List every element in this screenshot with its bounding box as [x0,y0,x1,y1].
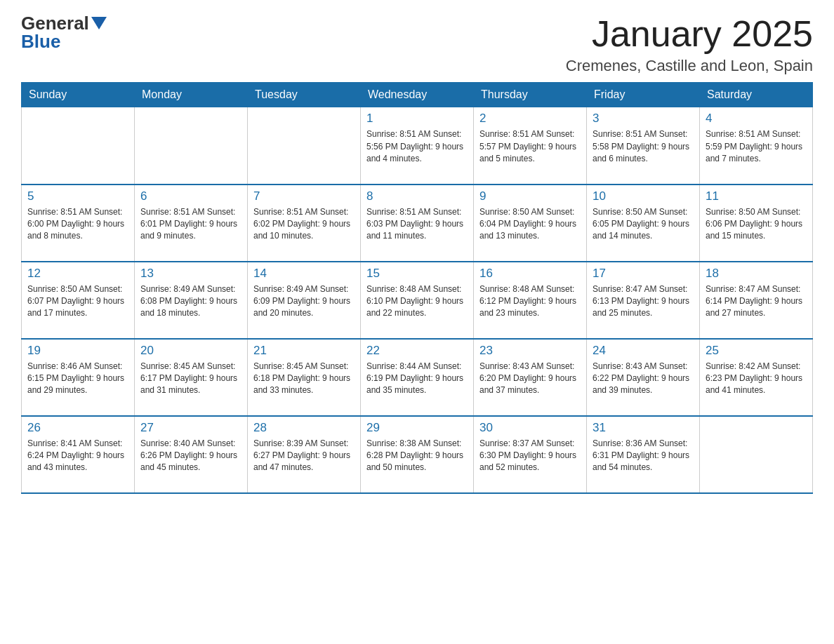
weekday-header-tuesday: Tuesday [248,83,361,107]
calendar-cell: 9Sunrise: 8:50 AM Sunset: 6:04 PM Daylig… [474,185,587,262]
day-number: 20 [140,344,241,358]
day-info: Sunrise: 8:49 AM Sunset: 6:08 PM Dayligh… [140,283,241,320]
day-info: Sunrise: 8:51 AM Sunset: 5:57 PM Dayligh… [479,128,581,165]
day-number: 6 [140,189,241,203]
calendar-subtitle: Cremenes, Castille and Leon, Spain [566,57,813,75]
day-number: 16 [479,267,581,281]
day-number: 13 [140,267,241,281]
calendar-cell: 11Sunrise: 8:50 AM Sunset: 6:06 PM Dayli… [700,185,813,262]
calendar-week-row: 12Sunrise: 8:50 AM Sunset: 6:07 PM Dayli… [22,262,813,339]
day-number: 26 [27,421,128,435]
day-info: Sunrise: 8:50 AM Sunset: 6:07 PM Dayligh… [27,283,128,320]
calendar-cell: 14Sunrise: 8:49 AM Sunset: 6:09 PM Dayli… [248,262,361,339]
day-info: Sunrise: 8:44 AM Sunset: 6:19 PM Dayligh… [366,361,468,397]
day-number: 15 [366,267,468,281]
day-number: 12 [27,267,128,281]
weekday-header-saturday: Saturday [700,83,813,107]
day-info: Sunrise: 8:48 AM Sunset: 6:10 PM Dayligh… [366,283,468,320]
calendar-cell [135,107,248,185]
day-info: Sunrise: 8:47 AM Sunset: 6:14 PM Dayligh… [706,283,807,320]
day-number: 2 [479,112,581,126]
logo-general-text: General [21,14,89,32]
calendar-cell: 12Sunrise: 8:50 AM Sunset: 6:07 PM Dayli… [22,262,135,339]
day-number: 11 [706,189,807,203]
calendar-cell: 8Sunrise: 8:51 AM Sunset: 6:03 PM Daylig… [361,185,474,262]
calendar-title: January 2025 [566,14,813,54]
calendar-cell: 24Sunrise: 8:43 AM Sunset: 6:22 PM Dayli… [587,339,700,416]
day-number: 5 [27,189,128,203]
day-info: Sunrise: 8:51 AM Sunset: 5:56 PM Dayligh… [366,128,468,165]
weekday-header-row: SundayMondayTuesdayWednesdayThursdayFrid… [22,83,813,107]
day-number: 21 [253,344,355,358]
day-info: Sunrise: 8:43 AM Sunset: 6:20 PM Dayligh… [479,361,581,397]
calendar-cell [700,416,813,493]
day-info: Sunrise: 8:47 AM Sunset: 6:13 PM Dayligh… [593,283,694,320]
calendar-cell: 1Sunrise: 8:51 AM Sunset: 5:56 PM Daylig… [361,107,474,185]
calendar-cell: 23Sunrise: 8:43 AM Sunset: 6:20 PM Dayli… [474,339,587,416]
day-info: Sunrise: 8:46 AM Sunset: 6:15 PM Dayligh… [27,361,128,397]
calendar-cell: 16Sunrise: 8:48 AM Sunset: 6:12 PM Dayli… [474,262,587,339]
calendar-cell: 27Sunrise: 8:40 AM Sunset: 6:26 PM Dayli… [135,416,248,493]
svg-marker-0 [91,17,107,29]
weekday-header-thursday: Thursday [474,83,587,107]
calendar-week-row: 19Sunrise: 8:46 AM Sunset: 6:15 PM Dayli… [22,339,813,416]
day-info: Sunrise: 8:36 AM Sunset: 6:31 PM Dayligh… [593,438,694,474]
day-number: 18 [706,267,807,281]
day-number: 30 [479,421,581,435]
day-number: 27 [140,421,241,435]
day-number: 3 [593,112,694,126]
day-number: 9 [479,189,581,203]
weekday-header-wednesday: Wednesday [361,83,474,107]
day-number: 29 [366,421,468,435]
calendar-cell: 15Sunrise: 8:48 AM Sunset: 6:10 PM Dayli… [361,262,474,339]
day-number: 31 [593,421,694,435]
day-info: Sunrise: 8:51 AM Sunset: 6:03 PM Dayligh… [366,206,468,243]
day-info: Sunrise: 8:51 AM Sunset: 5:59 PM Dayligh… [706,128,807,165]
day-number: 17 [593,267,694,281]
logo-blue-text: Blue [21,31,60,52]
calendar-table: SundayMondayTuesdayWednesdayThursdayFrid… [21,82,813,494]
calendar-cell [22,107,135,185]
calendar-week-row: 5Sunrise: 8:51 AM Sunset: 6:00 PM Daylig… [22,185,813,262]
calendar-cell: 7Sunrise: 8:51 AM Sunset: 6:02 PM Daylig… [248,185,361,262]
logo-triangle-icon [91,17,107,29]
day-info: Sunrise: 8:50 AM Sunset: 6:06 PM Dayligh… [706,206,807,243]
calendar-cell: 19Sunrise: 8:46 AM Sunset: 6:15 PM Dayli… [22,339,135,416]
day-info: Sunrise: 8:51 AM Sunset: 5:58 PM Dayligh… [593,128,694,165]
calendar-week-row: 26Sunrise: 8:41 AM Sunset: 6:24 PM Dayli… [22,416,813,493]
calendar-cell: 21Sunrise: 8:45 AM Sunset: 6:18 PM Dayli… [248,339,361,416]
calendar-cell: 30Sunrise: 8:37 AM Sunset: 6:30 PM Dayli… [474,416,587,493]
day-info: Sunrise: 8:43 AM Sunset: 6:22 PM Dayligh… [593,361,694,397]
day-info: Sunrise: 8:40 AM Sunset: 6:26 PM Dayligh… [140,438,241,474]
day-number: 7 [253,189,355,203]
day-info: Sunrise: 8:45 AM Sunset: 6:18 PM Dayligh… [253,361,355,397]
calendar-cell: 2Sunrise: 8:51 AM Sunset: 5:57 PM Daylig… [474,107,587,185]
day-number: 8 [366,189,468,203]
day-number: 28 [253,421,355,435]
day-info: Sunrise: 8:37 AM Sunset: 6:30 PM Dayligh… [479,438,581,474]
day-info: Sunrise: 8:49 AM Sunset: 6:09 PM Dayligh… [253,283,355,320]
calendar-cell: 22Sunrise: 8:44 AM Sunset: 6:19 PM Dayli… [361,339,474,416]
day-info: Sunrise: 8:41 AM Sunset: 6:24 PM Dayligh… [27,438,128,474]
weekday-header-sunday: Sunday [22,83,135,107]
day-number: 23 [479,344,581,358]
calendar-cell: 6Sunrise: 8:51 AM Sunset: 6:01 PM Daylig… [135,185,248,262]
day-number: 1 [366,112,468,126]
title-block: January 2025 Cremenes, Castille and Leon… [566,14,813,75]
day-info: Sunrise: 8:51 AM Sunset: 6:02 PM Dayligh… [253,206,355,243]
calendar-cell: 31Sunrise: 8:36 AM Sunset: 6:31 PM Dayli… [587,416,700,493]
day-number: 22 [366,344,468,358]
page-header: General Blue January 2025 Cremenes, Cast… [21,14,813,75]
calendar-cell: 20Sunrise: 8:45 AM Sunset: 6:17 PM Dayli… [135,339,248,416]
day-info: Sunrise: 8:50 AM Sunset: 6:04 PM Dayligh… [479,206,581,243]
calendar-cell: 5Sunrise: 8:51 AM Sunset: 6:00 PM Daylig… [22,185,135,262]
weekday-header-friday: Friday [587,83,700,107]
day-info: Sunrise: 8:51 AM Sunset: 6:00 PM Dayligh… [27,206,128,243]
calendar-cell [248,107,361,185]
day-number: 4 [706,112,807,126]
day-number: 25 [706,344,807,358]
day-info: Sunrise: 8:38 AM Sunset: 6:28 PM Dayligh… [366,438,468,474]
day-info: Sunrise: 8:39 AM Sunset: 6:27 PM Dayligh… [253,438,355,474]
logo: General Blue [21,14,107,51]
day-info: Sunrise: 8:45 AM Sunset: 6:17 PM Dayligh… [140,361,241,397]
